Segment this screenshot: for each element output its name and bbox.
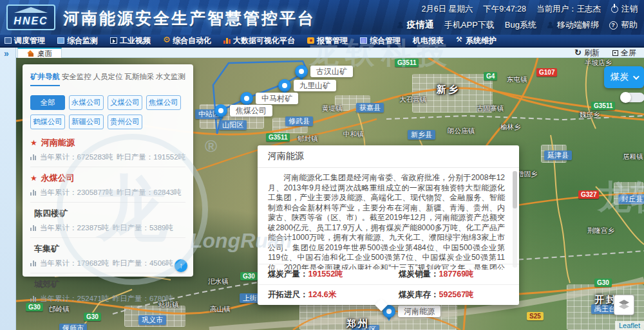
panel-tab[interactable]: 瓦斯抽采 [124,72,154,85]
home-icon [27,51,34,57]
company-stats: 当年累计：223875吨 昨日产量：5389吨 [30,223,185,233]
road-badge: G3511 [266,133,290,142]
bar-chart-icon [30,261,37,266]
nav-electromech-reports[interactable]: 机电报表 [413,35,444,46]
company-name: 陈四楼矿 [34,208,68,219]
hnec-logo: HNEC [6,5,55,30]
stat-label: 煤炭库存： [399,289,439,300]
popup-title: 河南能源 [258,145,519,168]
stat-value: 187769吨 [439,269,474,280]
map-attribution[interactable]: Leaflet [615,321,644,330]
company-filter-button[interactable]: 鹤煤公司 [30,115,65,129]
company-filter-button[interactable]: 焦煤公司 [146,95,181,110]
fullscreen-button[interactable]: 全屏 [612,48,636,59]
panel-tab[interactable]: 人员定位 [93,72,123,85]
stat-label: 煤炭销量： [399,269,439,280]
chevron-down-icon [633,73,639,80]
header-status-row: 2月6日 星期六 下午9:47:28 当前用户：王志杰 注销 [421,4,638,15]
company-name: 车集矿 [34,243,59,255]
yiqingtong-link[interactable]: 疫情通 [397,19,434,31]
town-label: 荆隆宫乡 [587,226,614,235]
urban-area [614,182,644,205]
panel-tab[interactable]: 安全监控 [62,72,91,85]
yearly-total: 当年累计：223875吨 [40,223,109,233]
company-list-item[interactable]: ★ 河南能源 当年累计：6725283吨 昨日产量：191552吨 [30,132,185,167]
video-icon [110,37,117,44]
layer-toggle-switch[interactable] [620,93,644,102]
map-layers-button[interactable] [614,295,634,315]
yearly-total: 当年累计：6725283吨 [40,152,113,162]
town-label: 古固寨镇 [477,104,504,113]
marker-label: 焦煤公司 [230,105,272,116]
monitor-icon [57,37,64,44]
daily-output: 昨日产量：4506吨 [112,259,173,268]
company-filter-button[interactable]: 全部 [30,95,65,110]
town-label: 榆林乡 [500,123,521,132]
nav-dispatch[interactable]: 调度管理 [5,35,45,46]
tab-desktop[interactable]: 桌面 [17,48,62,58]
company-info-popup: 河南能源 河南能源化工集团是经河南省委、省政府批准，分别于2008年12月、20… [258,145,519,305]
nav-alarm-management[interactable]: 报警管理 [307,35,348,46]
town-label: 朗公庙镇 [448,127,475,136]
star-icon: ★ [30,174,37,183]
marker-pin-icon [240,92,253,105]
marker-label: 九里山矿 [294,80,336,91]
company-stats: 当年累计：179682吨 昨日产量：4506吨 [30,259,185,268]
logout-button[interactable]: 注销 [611,4,638,15]
nav-general-management[interactable]: 综合管理 [360,35,401,46]
daily-output: 昨日产量：6780吨 [112,294,173,304]
urban-area [272,118,308,133]
help-link[interactable]: 帮助 [609,19,638,31]
company-list-item[interactable]: 陈四楼矿 当年累计：223875吨 昨日产量：5389吨 [30,203,185,238]
panel-tab[interactable]: 矿井导航 [30,72,60,86]
scroll-up-button[interactable]: ↑ [175,259,187,272]
nav-industrial-video[interactable]: 工业视频 [110,35,151,46]
town-label: 居厢镇 [623,152,643,161]
popup-scrollbar[interactable] [513,171,517,268]
company-name: 城郊矿 [34,279,59,290]
company-list-item[interactable]: 城郊矿 当年累计：252471吨 昨日产量：6780吨 [30,273,185,308]
marker-pin-icon [278,79,291,92]
company-list-item[interactable]: ★ 永煤公司 当年累计：2305877吨 昨日产量：62843吨 [30,167,185,203]
coal-dropdown-button[interactable]: 煤炭 [604,66,644,88]
yearly-total: 当年累计：179682吨 [40,259,109,268]
stat-value: 191552吨 [308,269,343,280]
company-filter-button[interactable]: 贵州公司 [108,115,142,129]
town-label: 郇封镇 [298,134,318,143]
bar-chart-icon [30,296,37,302]
company-name: 永煤公司 [41,172,75,184]
popup-stat: 煤炭产量： 191552吨 [258,264,388,284]
road-badge: G3511 [395,59,419,67]
company-filter-button[interactable]: 义煤公司 [108,95,142,110]
company-stats: 当年累计：2305877吨 昨日产量：62843吨 [30,188,185,197]
panel-tabs: 矿井导航安全监控人员定位瓦斯抽采水文监测 [30,71,185,91]
yearly-total: 当年累计：252471吨 [40,294,109,304]
nav-automation[interactable]: 综合自动化 [163,35,211,46]
nav-monitoring[interactable]: 综合监测 [57,35,98,46]
stat-label: 煤炭产量： [268,269,308,280]
nav-bigdata-platform[interactable]: 大数据可视化平台 [223,35,295,46]
district-label: 偃师市 [59,324,87,330]
company-list: ★ 河南能源 当年累计：6725283吨 昨日产量：191552吨 ★ 永煤公司… [30,132,185,308]
company-list-item[interactable]: 车集矿 当年累计：179682吨 昨日产量：4506吨 [30,238,185,273]
road-badge: G3511 [591,102,615,110]
panel-tab[interactable]: 水文监测 [156,72,185,85]
company-filter-button[interactable]: 新疆公司 [69,115,104,129]
district-label: 获嘉县 [356,103,384,113]
district-label: 延津县 [544,151,572,160]
city-label: 郑州 [346,318,370,330]
marker-pin-icon [295,65,308,78]
town-label: 黄堤镇 [322,104,343,113]
expand-sidebar-button[interactable]: » [4,48,9,59]
refresh-button[interactable]: ↻ 刷新 [574,48,600,59]
bug-system-link[interactable]: Bug系统 [505,19,536,31]
nav-system-maintenance[interactable]: 系统维护 [456,35,497,46]
time-label: 下午9:47:28 [483,4,526,15]
app-download-link[interactable]: 手机APP下载 [444,19,495,31]
company-filters: 全部永煤公司义煤公司焦煤公司鹤煤公司新疆公司贵州公司 [30,91,185,132]
town-label: 中和镇 [343,130,364,139]
mobile-unbind-link[interactable]: 移动端解绑 [547,19,599,31]
popup-stat: 煤炭销量： 187769吨 [388,264,519,284]
company-filter-button[interactable]: 永煤公司 [69,95,104,110]
bar-chart-icon [30,190,37,196]
